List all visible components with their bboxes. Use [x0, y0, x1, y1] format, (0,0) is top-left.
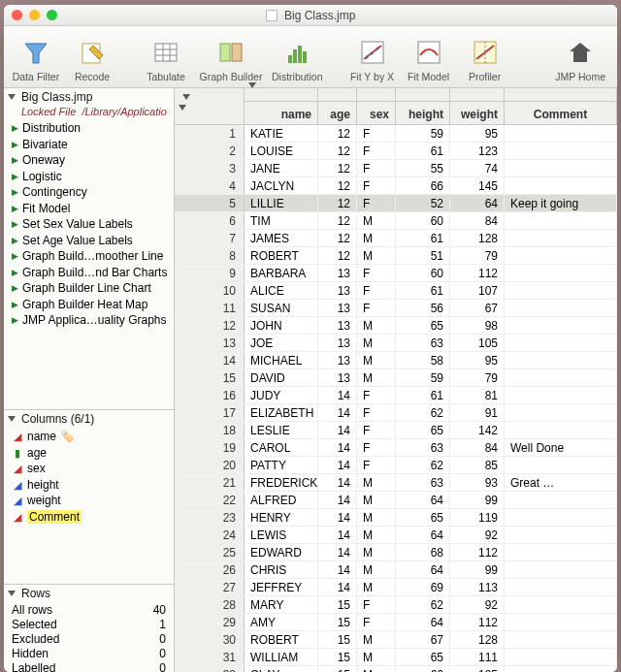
row-number[interactable]: 17: [175, 404, 245, 421]
cell-height[interactable]: 68: [396, 544, 450, 560]
cell-weight[interactable]: 105: [450, 335, 505, 351]
cell-height[interactable]: 62: [396, 457, 450, 473]
columns-panel-disclosure[interactable]: [8, 416, 16, 422]
table-row[interactable]: 15DAVID13M5979: [175, 369, 617, 387]
row-number[interactable]: 7: [175, 230, 245, 246]
cell-weight[interactable]: 85: [450, 457, 505, 473]
cell-name[interactable]: JACLYN: [245, 177, 318, 194]
cell-weight[interactable]: 93: [450, 474, 505, 491]
cell-comment[interactable]: [505, 457, 617, 473]
table-row[interactable]: 12JOHN13M6598: [175, 317, 617, 335]
cell-weight[interactable]: 79: [450, 247, 505, 264]
cell-name[interactable]: ROBERT: [245, 247, 318, 264]
cell-name[interactable]: MICHAEL: [245, 352, 318, 368]
row-number[interactable]: 18: [175, 422, 245, 438]
script-item[interactable]: ▶Contingency: [6, 184, 172, 201]
cell-weight[interactable]: 123: [450, 143, 505, 159]
cell-height[interactable]: 60: [396, 212, 450, 229]
table-row[interactable]: 3JANE12F5574: [175, 160, 617, 177]
cell-age[interactable]: 13: [318, 352, 357, 368]
row-number[interactable]: 26: [175, 561, 245, 578]
column-item[interactable]: ◢Comment: [6, 509, 172, 526]
cell-height[interactable]: 65: [396, 509, 450, 526]
cell-age[interactable]: 14: [318, 387, 357, 403]
cell-weight[interactable]: 119: [450, 509, 505, 526]
row-number[interactable]: 21: [175, 474, 245, 491]
cell-sex[interactable]: M: [357, 579, 396, 595]
script-item[interactable]: ▶Fit Model: [6, 201, 172, 217]
cell-name[interactable]: JOHN: [245, 317, 318, 334]
cell-sex[interactable]: F: [357, 422, 396, 438]
cell-height[interactable]: 63: [396, 335, 450, 351]
cell-comment[interactable]: Great …: [505, 474, 617, 491]
cell-sex[interactable]: F: [357, 265, 396, 281]
table-row[interactable]: 22ALFRED14M6499: [175, 492, 617, 509]
cell-name[interactable]: MARY: [245, 596, 318, 613]
cell-weight[interactable]: 142: [450, 422, 505, 438]
table-name[interactable]: Big Class.jmp: [21, 90, 92, 104]
toolbar-profiler[interactable]: Profiler: [459, 34, 511, 84]
cell-comment[interactable]: [505, 614, 617, 630]
row-number[interactable]: 12: [175, 317, 245, 334]
row-number[interactable]: 1: [175, 125, 245, 142]
cell-height[interactable]: 62: [396, 596, 450, 613]
cell-age[interactable]: 13: [318, 335, 357, 351]
cell-comment[interactable]: [505, 212, 617, 229]
cell-age[interactable]: 12: [318, 230, 357, 246]
toolbar-distribution[interactable]: Distribution: [270, 34, 325, 84]
row-number[interactable]: 24: [175, 527, 245, 543]
cell-age[interactable]: 12: [318, 212, 357, 229]
row-number[interactable]: 30: [175, 631, 245, 648]
cell-weight[interactable]: 95: [450, 352, 505, 368]
row-number[interactable]: 29: [175, 614, 245, 630]
cell-sex[interactable]: F: [357, 404, 396, 421]
cell-sex[interactable]: M: [357, 212, 396, 229]
cell-name[interactable]: ELIZABETH: [245, 404, 318, 421]
table-row[interactable]: 11SUSAN13F5667: [175, 300, 617, 317]
cell-age[interactable]: 14: [318, 561, 357, 578]
cell-height[interactable]: 66: [396, 177, 450, 194]
cell-weight[interactable]: 95: [450, 125, 505, 142]
cell-name[interactable]: JAMES: [245, 230, 318, 246]
table-row[interactable]: 32CLAY15M66105: [175, 666, 617, 672]
cell-age[interactable]: 14: [318, 509, 357, 526]
cell-comment[interactable]: [505, 265, 617, 281]
cell-comment[interactable]: [505, 666, 617, 672]
cell-age[interactable]: 12: [318, 160, 357, 176]
cell-sex[interactable]: M: [357, 666, 396, 672]
table-row[interactable]: 29AMY15F64112: [175, 614, 617, 631]
cell-height[interactable]: 60: [396, 265, 450, 281]
cell-comment[interactable]: [505, 492, 617, 508]
row-number[interactable]: 25: [175, 544, 245, 560]
cell-comment[interactable]: [505, 125, 617, 142]
cell-weight[interactable]: 79: [450, 369, 505, 386]
script-item[interactable]: ▶Graph Builder Line Chart: [6, 280, 172, 297]
cell-height[interactable]: 52: [396, 195, 450, 211]
table-row[interactable]: 4JACLYN12F66145: [175, 177, 617, 195]
cell-name[interactable]: EDWARD: [245, 544, 318, 560]
row-number[interactable]: 19: [175, 439, 245, 456]
cell-sex[interactable]: M: [357, 317, 396, 334]
table-row[interactable]: 1KATIE12F5995: [175, 125, 617, 143]
row-number[interactable]: 27: [175, 579, 245, 595]
table-row[interactable]: 9BARBARA13F60112: [175, 265, 617, 282]
cell-height[interactable]: 61: [396, 143, 450, 159]
cell-comment[interactable]: [505, 631, 617, 648]
cell-name[interactable]: AMY: [245, 614, 318, 630]
cell-name[interactable]: SUSAN: [245, 300, 318, 316]
table-row[interactable]: 25EDWARD14M68112: [175, 544, 617, 561]
cell-age[interactable]: 13: [318, 265, 357, 281]
cell-sex[interactable]: M: [357, 230, 396, 246]
cell-age[interactable]: 12: [318, 177, 357, 194]
row-number[interactable]: 31: [175, 649, 245, 665]
cell-age[interactable]: 15: [318, 666, 357, 672]
cell-name[interactable]: CLAY: [245, 666, 318, 672]
script-item[interactable]: ▶Set Sex Value Labels: [6, 216, 172, 233]
cell-height[interactable]: 61: [396, 282, 450, 299]
toolbar-graph-builder[interactable]: Graph Builder: [196, 34, 266, 84]
cell-weight[interactable]: 112: [450, 614, 505, 630]
cell-name[interactable]: CAROL: [245, 439, 318, 456]
rows-panel-disclosure[interactable]: [8, 591, 16, 596]
table-row[interactable]: 20PATTY14F6285: [175, 457, 617, 474]
cell-height[interactable]: 56: [396, 300, 450, 316]
